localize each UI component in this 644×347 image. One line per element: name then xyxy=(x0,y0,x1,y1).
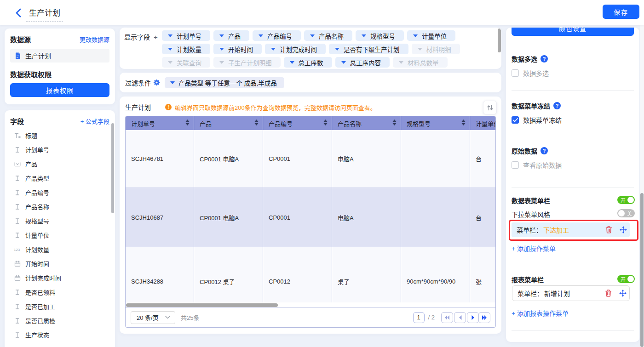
datasource-item[interactable]: 生产计划 xyxy=(10,49,109,63)
table-menu-item[interactable]: 菜单栏： 下达加工 xyxy=(512,222,630,237)
raw-data-checkbox-row[interactable]: 查看原始数据 xyxy=(512,160,562,170)
delete-icon[interactable] xyxy=(604,290,612,297)
field-item[interactable]: 产品编号 xyxy=(10,185,109,199)
display-field-chip[interactable]: 材料总数量 xyxy=(393,57,448,68)
help-icon[interactable]: ? xyxy=(540,55,548,63)
formula-field-link[interactable]: + 公式字段 xyxy=(80,117,109,125)
menu-freeze-checkbox-row[interactable]: 数据菜单冻结 xyxy=(512,115,562,125)
checkbox-unchecked-icon[interactable] xyxy=(512,161,519,169)
multi-select-checkbox-row[interactable]: 数据多选 xyxy=(512,68,549,78)
field-item[interactable]: 123计划数量 xyxy=(10,242,109,256)
field-item[interactable]: 标题 xyxy=(10,128,109,142)
display-fields-scrollbar[interactable] xyxy=(498,28,501,52)
table-menu-title: 数据表菜单栏 xyxy=(512,196,550,205)
chip-row: 计划单号产品产品编号产品名称规格型号计量单位 xyxy=(162,30,500,41)
first-page-button[interactable] xyxy=(441,312,453,323)
last-page-button[interactable] xyxy=(478,312,490,323)
change-datasource-link[interactable]: 更改数据源 xyxy=(80,35,109,44)
display-field-chip[interactable]: 开始时间 xyxy=(213,44,262,54)
column-header[interactable]: 计量单位 xyxy=(470,116,495,130)
hscroll-thumb[interactable] xyxy=(126,303,278,307)
delete-icon[interactable] xyxy=(605,226,613,234)
column-header[interactable]: 产品编号 xyxy=(263,116,332,130)
column-header[interactable]: 计划单号 xyxy=(126,116,194,130)
back-button[interactable] xyxy=(12,7,24,19)
report-permission-button[interactable]: 报表权限 xyxy=(10,83,109,97)
display-fields-panel: 显示字段+ 计划单号产品产品编号产品名称规格型号计量单位计划数量开始时间计划完成… xyxy=(120,28,501,69)
sort-order-button[interactable] xyxy=(483,101,497,114)
field-item[interactable]: 规格型号 xyxy=(10,214,109,228)
display-field-chip[interactable]: 计量单位 xyxy=(407,30,455,41)
field-item[interactable]: 开始时间 xyxy=(10,256,109,271)
column-sort-icon[interactable] xyxy=(254,119,259,127)
prev-page-button[interactable] xyxy=(454,312,466,323)
move-icon[interactable] xyxy=(619,226,627,234)
display-field-chip[interactable]: 总工序数 xyxy=(284,57,332,68)
fields-scrollbar[interactable] xyxy=(111,123,114,213)
column-sort-icon[interactable] xyxy=(392,119,397,127)
page-title[interactable]: 生产计划 xyxy=(26,6,63,22)
field-item[interactable]: 产品类型 xyxy=(10,171,109,185)
help-icon[interactable]: ? xyxy=(553,102,561,109)
add-table-menu-link[interactable]: + 添加操作菜单 xyxy=(512,244,556,253)
filter-settings-gear-icon[interactable] xyxy=(153,79,160,86)
column-sort-icon[interactable] xyxy=(461,119,466,127)
column-sort-icon[interactable] xyxy=(185,119,190,127)
table-row[interactable]: SCJH10687CP0001 电脑ACP0001电脑A台 xyxy=(126,188,495,247)
help-icon[interactable]: ? xyxy=(540,147,548,154)
report-menu-toggle[interactable]: 开 xyxy=(617,275,635,283)
color-settings-button[interactable]: 颜色设置 xyxy=(512,28,634,36)
preview-table: 计划单号产品产品编号产品名称规格型号计量单位 SCJH46781CP0001 电… xyxy=(125,116,496,328)
display-field-chip[interactable]: 关联查询 xyxy=(162,57,210,68)
display-field-chip[interactable]: 总工序内容 xyxy=(335,57,390,68)
field-item[interactable]: 是否已加工 xyxy=(10,299,109,313)
chevron-down-icon xyxy=(170,81,175,84)
display-field-chip[interactable]: 产品名称 xyxy=(304,30,352,41)
checkbox-unchecked-icon[interactable] xyxy=(512,69,519,77)
display-field-chip[interactable]: 计划数量 xyxy=(162,44,210,54)
add-report-menu-link[interactable]: + 添加报表操作菜单 xyxy=(512,308,569,318)
report-menu-item[interactable]: 菜单栏： 新增计划 xyxy=(512,285,630,301)
date-icon xyxy=(14,274,21,281)
display-field-chip[interactable]: 计划单号 xyxy=(162,30,210,41)
chevron-down-icon xyxy=(165,316,170,319)
filter-condition-chip[interactable]: 产品类型 等于任意一个 成品,半成品 xyxy=(165,77,284,88)
table-cell: 台 xyxy=(470,188,495,247)
column-header[interactable]: 规格型号 xyxy=(401,116,470,130)
field-item[interactable]: 计量单位 xyxy=(10,228,109,242)
fields-panel: 字段 + 公式字段 标题计划单号产品产品类型产品编号产品名称规格型号计量单位12… xyxy=(5,110,115,347)
display-field-chip[interactable]: 产品 xyxy=(213,30,249,41)
field-item[interactable]: 生产状态 xyxy=(10,328,109,342)
field-item[interactable]: 是否已质检 xyxy=(10,313,109,328)
page-scrollbar-thumb[interactable] xyxy=(640,193,644,347)
display-field-chip[interactable]: 规格型号 xyxy=(356,30,404,41)
next-page-button[interactable] xyxy=(467,312,479,323)
chevron-down-icon xyxy=(418,48,422,51)
move-icon[interactable] xyxy=(619,290,627,297)
page-number-input[interactable]: 1 xyxy=(413,312,425,323)
add-display-field-button[interactable]: + xyxy=(154,33,158,41)
page-scrollbar[interactable] xyxy=(640,25,644,347)
table-row[interactable]: SCJH46781CP0001 电脑ACP0001电脑A台 xyxy=(126,130,495,188)
display-field-chip[interactable]: 计划完成时间 xyxy=(265,44,326,54)
field-item[interactable]: 产品 xyxy=(10,157,109,171)
column-sort-icon[interactable] xyxy=(323,119,328,127)
chevron-down-icon xyxy=(399,61,403,64)
field-item[interactable]: 是否已领料 xyxy=(10,285,109,299)
display-field-chip[interactable]: 是否有下级生产计划 xyxy=(329,44,408,54)
page-size-select[interactable]: 20 条/页 xyxy=(131,311,175,324)
table-menu-toggle[interactable]: 开 xyxy=(617,196,635,204)
field-item[interactable]: 计划单号 xyxy=(10,142,109,157)
display-field-chip[interactable]: 产品编号 xyxy=(253,30,301,41)
raw-data-title: 原始数据 ? xyxy=(512,146,548,155)
column-header[interactable]: 产品名称 xyxy=(332,116,401,130)
field-item[interactable]: 计划完成时间 xyxy=(10,271,109,285)
checkbox-checked-icon[interactable] xyxy=(512,116,519,124)
table-row[interactable]: SCJH34288CP0012 桌子CP0012桌子90cm*90cm*90/9… xyxy=(126,247,495,302)
field-item[interactable]: 产品名称 xyxy=(10,199,109,214)
display-field-chip[interactable]: 材料明细 xyxy=(412,44,460,54)
save-button[interactable]: 保存 xyxy=(603,5,639,19)
dropdown-style-toggle[interactable]: 关 xyxy=(617,209,635,217)
display-field-chip[interactable]: 子生产计划明细 xyxy=(213,57,281,68)
column-header[interactable]: 产品 xyxy=(194,116,263,130)
